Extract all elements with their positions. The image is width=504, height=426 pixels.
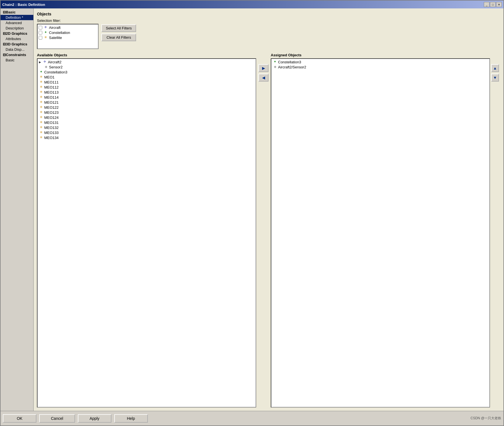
assigned-item-aircraft2-sensor2[interactable]: ◈ Aircraft2/Sensor2 xyxy=(272,64,489,70)
aircraft-icon: ✈ xyxy=(43,25,48,30)
main-window: Chain2 : Basic Definition _ □ ✕ ⊟Basic D… xyxy=(0,0,504,426)
move-up-button[interactable]: ▲ xyxy=(491,64,499,72)
meo132-icon: ✳ xyxy=(39,125,43,130)
updown-buttons: ▲ ▼ xyxy=(490,64,500,408)
apply-button[interactable]: Apply xyxy=(78,414,111,423)
assigned-label-constellation3: Constellation3 xyxy=(278,60,301,64)
object-item-meo112[interactable]: ✳ MEO112 xyxy=(38,85,255,90)
object-item-meo134[interactable]: ✳ MEO134 xyxy=(38,135,255,140)
watermark: CSDN @一只大老铁 xyxy=(470,416,501,421)
meo131-icon: ✳ xyxy=(39,120,43,125)
sidebar-group-3dgraphics[interactable]: ⊟3D Graphics xyxy=(1,41,33,47)
meo124-icon: ✳ xyxy=(39,115,43,120)
available-objects-panel: Available Objects ▶ ✈ Aircraft2 ◈ Sensor… xyxy=(37,53,256,408)
sidebar-item-description[interactable]: Description xyxy=(1,26,33,31)
object-item-meo113[interactable]: ✳ MEO113 xyxy=(38,90,255,95)
filter-checkbox-constellation[interactable] xyxy=(39,31,42,34)
object-item-meo1[interactable]: ✳ MEO1 xyxy=(38,75,255,80)
object-item-meo124[interactable]: ✳ MEO124 xyxy=(38,115,255,120)
meo112-icon: ✳ xyxy=(39,85,43,89)
filter-item-aircraft[interactable]: ✈ Aircraft xyxy=(38,25,97,30)
filter-label-satellite: Satellite xyxy=(49,36,62,40)
object-label-sensor2: Sensor2 xyxy=(49,65,62,69)
sidebar-item-constraints-basic[interactable]: Basic xyxy=(1,57,33,63)
clear-all-filters-button[interactable]: Clear All Filters xyxy=(101,34,136,41)
sidebar-group-2dgraphics[interactable]: ⊟2D Graphics xyxy=(1,31,33,36)
meo133-icon: ✳ xyxy=(39,130,43,135)
sidebar: ⊟Basic Definition * Advanced Description… xyxy=(1,8,34,411)
object-item-constellation3[interactable]: ✦ Constellation3 xyxy=(38,70,255,75)
meo114-icon: ✳ xyxy=(39,95,43,99)
assigned-objects-label: Assigned Objects xyxy=(271,53,490,57)
object-item-meo121[interactable]: ✳ MEO121 xyxy=(38,100,255,105)
object-item-sensor2[interactable]: ◈ Sensor2 xyxy=(38,64,255,70)
sidebar-item-advanced[interactable]: Advanced xyxy=(1,20,33,26)
filter-area: ✈ Aircraft ✦ Constellation ✳ Satellite xyxy=(37,24,500,49)
window-title: Chain2 : Basic Definition xyxy=(2,3,45,7)
meo121-icon: ✳ xyxy=(39,100,43,105)
object-label-constellation3: Constellation3 xyxy=(44,70,67,74)
minimize-button[interactable]: _ xyxy=(484,2,489,7)
cancel-button[interactable]: Cancel xyxy=(39,414,75,423)
object-label-meo134: MEO134 xyxy=(44,136,59,140)
meo122-icon: ✳ xyxy=(39,105,43,110)
help-button[interactable]: Help xyxy=(114,414,148,423)
meo113-icon: ✳ xyxy=(39,90,43,94)
right-panel: Objects Selection filter: ✈ Aircraft ✦ C… xyxy=(34,8,503,411)
object-item-meo123[interactable]: ✳ MEO123 xyxy=(38,110,255,115)
object-item-aircraft2[interactable]: ▶ ✈ Aircraft2 xyxy=(38,59,255,64)
assigned-item-constellation3[interactable]: ✦ Constellation3 xyxy=(272,59,489,64)
assigned-constellation3-icon: ✦ xyxy=(273,60,277,64)
panel-title: Objects xyxy=(37,12,500,16)
aircraft2-icon: ✈ xyxy=(43,60,47,64)
filter-checkbox-aircraft[interactable] xyxy=(39,26,42,29)
bottom-bar: OK Cancel Apply Help CSDN @一只大老铁 xyxy=(1,411,503,425)
transfer-left-button[interactable]: ◀ xyxy=(258,74,269,82)
meo123-icon: ✳ xyxy=(39,110,43,115)
filter-checkbox-satellite[interactable] xyxy=(39,36,42,40)
object-item-meo131[interactable]: ✳ MEO131 xyxy=(38,120,255,125)
filter-item-satellite[interactable]: ✳ Satellite xyxy=(38,35,97,40)
sidebar-item-definition[interactable]: Definition * xyxy=(1,15,33,20)
meo111-icon: ✳ xyxy=(39,80,43,84)
sidebar-group-basic[interactable]: ⊟Basic xyxy=(1,10,33,15)
sidebar-group-constraints[interactable]: ⊟Constraints xyxy=(1,52,33,57)
object-item-meo132[interactable]: ✳ MEO132 xyxy=(38,125,255,130)
expand-icon: ▶ xyxy=(39,61,41,64)
object-label-aircraft2: Aircraft2 xyxy=(48,60,61,64)
object-item-meo114[interactable]: ✳ MEO114 xyxy=(38,95,255,100)
transfer-buttons: ▶ ◀ xyxy=(256,64,271,408)
constellation3-icon: ✦ xyxy=(39,70,43,74)
object-label-meo1: MEO1 xyxy=(44,75,55,79)
object-item-meo122[interactable]: ✳ MEO122 xyxy=(38,105,255,110)
object-label-meo132: MEO132 xyxy=(44,126,59,130)
select-all-filters-button[interactable]: Select All Filters xyxy=(101,24,136,32)
object-item-meo111[interactable]: ✳ MEO111 xyxy=(38,80,255,85)
object-label-meo112: MEO112 xyxy=(44,85,59,89)
maximize-button[interactable]: □ xyxy=(490,2,496,7)
close-button[interactable]: ✕ xyxy=(496,2,502,7)
ok-button[interactable]: OK xyxy=(3,414,36,423)
object-label-meo123: MEO123 xyxy=(44,110,59,115)
object-label-meo121: MEO121 xyxy=(44,100,59,105)
assigned-label-aircraft2-sensor2: Aircraft2/Sensor2 xyxy=(278,65,306,69)
object-item-meo133[interactable]: ✳ MEO133 xyxy=(38,130,255,135)
object-label-meo122: MEO122 xyxy=(44,105,59,110)
filter-list[interactable]: ✈ Aircraft ✦ Constellation ✳ Satellite xyxy=(37,24,99,49)
objects-area: Available Objects ▶ ✈ Aircraft2 ◈ Sensor… xyxy=(37,53,500,408)
sidebar-item-attributes[interactable]: Attributes xyxy=(1,36,33,41)
object-label-meo124: MEO124 xyxy=(44,115,59,120)
available-objects-label: Available Objects xyxy=(37,53,256,57)
filter-label-aircraft: Aircraft xyxy=(49,26,60,30)
title-bar: Chain2 : Basic Definition _ □ ✕ xyxy=(1,1,503,8)
object-label-meo114: MEO114 xyxy=(44,95,59,99)
meo134-icon: ✳ xyxy=(39,135,43,140)
satellite-icon: ✳ xyxy=(43,35,48,40)
move-down-button[interactable]: ▼ xyxy=(491,74,499,82)
sidebar-item-data-disp[interactable]: Data Disp... xyxy=(1,47,33,52)
assigned-objects-list[interactable]: ✦ Constellation3 ◈ Aircraft2/Sensor2 xyxy=(271,58,490,408)
filter-item-constellation[interactable]: ✦ Constellation xyxy=(38,30,97,35)
transfer-right-button[interactable]: ▶ xyxy=(258,64,269,72)
object-label-meo133: MEO133 xyxy=(44,131,59,135)
available-objects-list[interactable]: ▶ ✈ Aircraft2 ◈ Sensor2 ✦ Constellation3 xyxy=(37,58,256,408)
